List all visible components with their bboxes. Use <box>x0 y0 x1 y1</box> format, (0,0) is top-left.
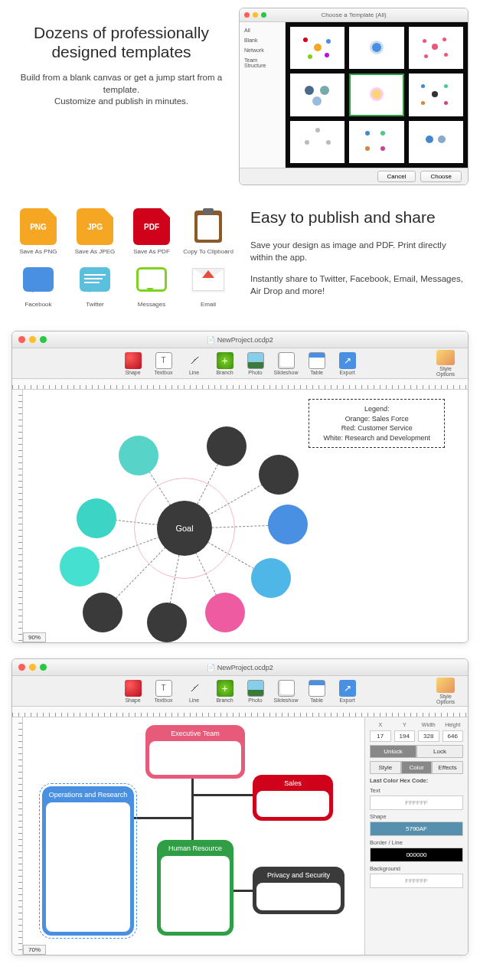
legend[interactable]: Legend: Orange: Sales Force Red: Custome… <box>309 399 445 448</box>
inspector-panel: X Y Width Height 17 194 328 646 Unlock L… <box>364 717 468 955</box>
template-thumb[interactable] <box>290 74 344 116</box>
cancel-button[interactable]: Cancel <box>377 171 416 182</box>
sidebar-item[interactable]: All <box>241 25 283 35</box>
template-category-sidebar: All Blank Network Team Structure <box>240 22 286 168</box>
zoom-level[interactable]: 70% <box>23 945 46 955</box>
jpg-icon: JPG <box>77 208 113 245</box>
tool-export[interactable]: ↗Export <box>333 680 362 703</box>
tool-branch[interactable]: +Branch <box>211 352 240 375</box>
y-field[interactable]: 194 <box>394 730 416 742</box>
tool-table[interactable]: Table <box>302 680 331 703</box>
share-options-grid: PNG Save As PNG JPG Save As JPEG PDF Sav… <box>11 208 235 308</box>
tool-branch[interactable]: +Branch <box>211 680 240 703</box>
org-hr[interactable]: Human Resource <box>157 840 233 936</box>
template-chooser-window: Choose a Template (All) All Blank Networ… <box>239 8 469 185</box>
satellite-node[interactable] <box>251 558 291 598</box>
choose-button[interactable]: Choose <box>420 171 462 182</box>
template-thumb[interactable] <box>349 121 403 163</box>
height-field[interactable]: 646 <box>442 730 464 742</box>
png-icon: PNG <box>20 208 57 245</box>
x-field[interactable]: 17 <box>370 730 391 742</box>
share-title: Easy to publish and share <box>250 208 469 227</box>
share-label: Copy To Clipboard <box>181 248 235 255</box>
tool-shape[interactable]: Shape <box>119 680 148 703</box>
style-options-button[interactable]: Style Options <box>431 678 460 704</box>
toolbar: Shape TTextbox ⟋Line +Branch Photo Slide… <box>12 676 468 707</box>
share-twitter[interactable]: Twitter <box>68 261 122 308</box>
toolbar: Shape TTextbox ⟋Line +Branch Photo Slide… <box>12 348 468 379</box>
canvas[interactable]: Executive Team Operations and Research S… <box>23 717 364 955</box>
tab-style[interactable]: Style <box>370 761 401 774</box>
share-p1: Save your design as image and PDF. Print… <box>250 239 469 263</box>
tool-textbox[interactable]: TTextbox <box>149 352 178 375</box>
tool-export[interactable]: ↗Export <box>333 352 362 375</box>
sidebar-item[interactable]: Network <box>241 45 283 55</box>
window-title: 📄 NewProject.ocdp2 <box>12 336 468 344</box>
satellite-node[interactable] <box>205 593 245 632</box>
app-window-1: 📄 NewProject.ocdp2 Shape TTextbox ⟋Line … <box>11 331 469 643</box>
satellite-node[interactable] <box>147 603 187 642</box>
save-as-jpeg[interactable]: JPG Save As JPEG <box>68 208 122 255</box>
satellite-node[interactable] <box>60 547 100 586</box>
style-options-button[interactable]: Style Options <box>431 350 460 377</box>
template-thumb[interactable] <box>409 27 463 69</box>
tool-shape[interactable]: Shape <box>119 352 148 375</box>
canvas[interactable]: Legend: Orange: Sales Force Red: Custome… <box>23 390 468 642</box>
org-connector <box>191 775 194 844</box>
satellite-node[interactable] <box>119 436 158 475</box>
share-label: Facebook <box>11 301 65 308</box>
ruler-horizontal <box>12 707 468 717</box>
text-color-field[interactable]: FFFFFF <box>370 795 463 810</box>
border-color-field[interactable]: 000000 <box>370 848 463 862</box>
tool-photo[interactable]: Photo <box>241 680 270 703</box>
goal-diagram: Goal <box>54 413 314 635</box>
template-thumb[interactable] <box>349 27 403 69</box>
org-operations[interactable]: Operations and Research <box>42 786 134 936</box>
tool-slideshow[interactable]: Slideshow <box>272 680 301 703</box>
tool-textbox[interactable]: TTextbox <box>149 680 178 703</box>
satellite-node[interactable] <box>207 426 247 466</box>
share-label: Email <box>181 301 235 308</box>
tool-line[interactable]: ⟋Line <box>180 352 209 375</box>
zoom-level[interactable]: 90% <box>23 632 46 642</box>
tab-color[interactable]: Color <box>401 761 433 774</box>
tab-effects[interactable]: Effects <box>432 761 463 774</box>
satellite-node[interactable] <box>259 455 299 495</box>
tool-slideshow[interactable]: Slideshow <box>272 352 301 375</box>
shape-color-label: Shape <box>370 813 463 820</box>
tool-line[interactable]: ⟋Line <box>180 680 209 703</box>
sidebar-item[interactable]: Team Structure <box>241 55 283 70</box>
org-exec-team[interactable]: Executive Team <box>145 725 245 779</box>
copy-to-clipboard[interactable]: Copy To Clipboard <box>181 208 235 255</box>
twitter-icon <box>77 261 113 298</box>
background-color-field[interactable]: FFFFFF <box>370 874 463 888</box>
org-sales[interactable]: Sales <box>253 775 333 821</box>
satellite-node[interactable] <box>83 593 122 632</box>
width-field[interactable]: 328 <box>418 730 439 742</box>
template-thumb[interactable] <box>409 121 463 163</box>
sidebar-item[interactable]: Blank <box>241 35 283 45</box>
share-email[interactable]: Email <box>181 261 235 308</box>
tool-table[interactable]: Table <box>302 352 331 375</box>
template-thumb-selected[interactable] <box>349 74 403 116</box>
org-privacy[interactable]: Privacy and Security <box>253 867 344 914</box>
lock-button[interactable]: Lock <box>416 745 463 758</box>
save-as-pdf[interactable]: PDF Save As PDF <box>125 208 178 255</box>
messages-icon <box>133 261 170 298</box>
template-thumb[interactable] <box>409 74 463 116</box>
shape-color-field[interactable]: 5790AF <box>370 822 463 836</box>
share-label: Save As PNG <box>11 248 65 255</box>
goal-node[interactable]: Goal <box>157 501 212 556</box>
border-color-label: Border / Line <box>370 839 463 846</box>
save-as-png[interactable]: PNG Save As PNG <box>11 208 65 255</box>
satellite-node[interactable] <box>77 498 116 538</box>
share-messages[interactable]: Messages <box>125 261 178 308</box>
satellite-node[interactable] <box>268 505 308 544</box>
window-title: 📄 NewProject.ocdp2 <box>12 664 468 671</box>
tool-photo[interactable]: Photo <box>241 352 270 375</box>
unlock-button[interactable]: Unlock <box>370 745 416 758</box>
template-thumb[interactable] <box>290 121 344 163</box>
share-facebook[interactable]: Facebook <box>11 261 65 308</box>
template-thumb[interactable] <box>290 27 344 69</box>
share-p2: Instantly share to Twitter, Facebook, Em… <box>250 273 469 297</box>
